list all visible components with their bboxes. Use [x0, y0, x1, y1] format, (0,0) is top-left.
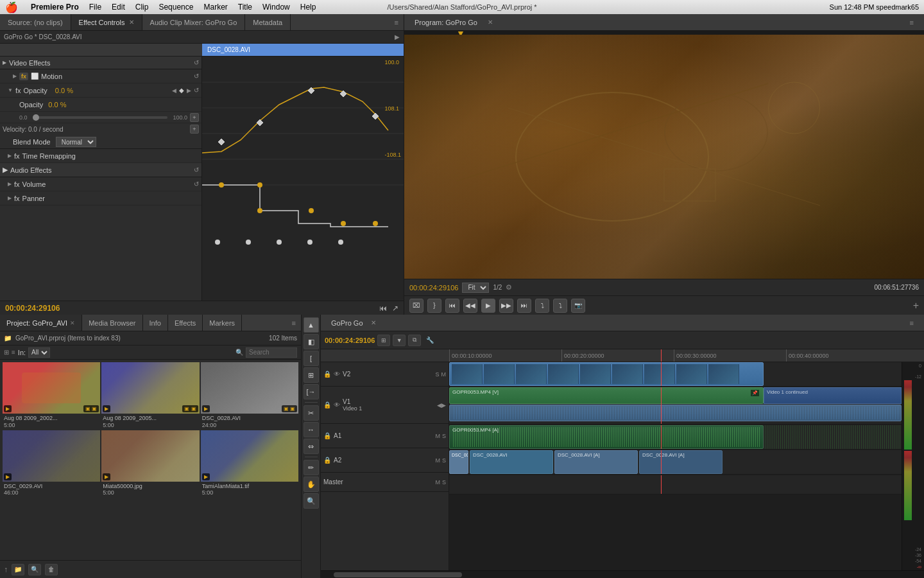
- tab-project[interactable]: Project: GoPro_AVI ✕: [0, 315, 82, 331]
- opacity-expand[interactable]: ▼: [8, 87, 13, 93]
- fit-dropdown[interactable]: Fit: [462, 283, 489, 293]
- menu-window[interactable]: Window: [262, 3, 290, 12]
- clip-video-extended[interactable]: Video 1 continued: [764, 387, 902, 404]
- volume-reset[interactable]: ↺: [194, 180, 199, 188]
- tl-wrench-icon[interactable]: 🔧: [426, 337, 434, 344]
- insert-btn[interactable]: ⤵: [535, 299, 549, 313]
- opacity-sub-value[interactable]: 0.0 %: [48, 101, 66, 109]
- motion-expand[interactable]: ▶: [13, 73, 17, 79]
- blend-mode-select[interactable]: Normal: [56, 137, 96, 147]
- clip-dsc-002[interactable]: DSC_002: [449, 450, 468, 474]
- a1-lock-icon[interactable]: 🔒: [323, 432, 331, 439]
- time-remap-row[interactable]: ▶ fx Time Remapping: [0, 149, 201, 163]
- delete-btn[interactable]: 🗑: [45, 564, 58, 575]
- video-effects-header[interactable]: ▶ Video Effects ↺: [0, 57, 201, 69]
- play-btn[interactable]: ▶: [481, 299, 495, 313]
- tab-info[interactable]: Info: [143, 315, 168, 331]
- monitor-timecode[interactable]: 00:00:24:29106: [409, 284, 458, 292]
- list-view-icon[interactable]: ≡: [12, 349, 15, 356]
- range-reset-btn[interactable]: +: [190, 113, 199, 122]
- clip-v2-filmstrip[interactable]: [449, 362, 764, 386]
- timeline-scrollbar-thumb[interactable]: [334, 572, 462, 577]
- thumb-item-6[interactable]: ▶ TamiAlanMiata1.tif 5:00: [201, 430, 298, 497]
- a1-solo-btn[interactable]: S: [442, 433, 446, 439]
- tab-media-browser[interactable]: Media Browser: [82, 315, 142, 331]
- in-filter-select[interactable]: All: [28, 347, 50, 358]
- menu-title[interactable]: Title: [238, 3, 252, 12]
- v2-solo-btn[interactable]: S: [435, 371, 439, 378]
- zoom-tool[interactable]: 🔍: [304, 493, 319, 509]
- thumb-item-4[interactable]: ▶ DSC_0029.AVI 46:00: [3, 430, 100, 497]
- ripple-edit-tool[interactable]: [: [304, 351, 319, 366]
- thumb-item-1[interactable]: ▶ ▣ ▣ Aug 08 2009_2002... 5:00: [3, 362, 100, 429]
- monitor-tab-program[interactable]: Program: GoPro Go: [409, 19, 483, 26]
- export-frame-btn[interactable]: 📷: [571, 299, 585, 313]
- add-marker-btn[interactable]: +: [913, 300, 919, 311]
- view-toggle-icon[interactable]: ⊞: [4, 349, 9, 356]
- tab-effect-controls-close[interactable]: ✕: [129, 19, 134, 26]
- tab-effect-controls[interactable]: Effect Controls ✕: [71, 14, 142, 30]
- project-panel-menu[interactable]: ≡: [287, 319, 301, 327]
- mark-out-btn[interactable]: }: [427, 299, 441, 313]
- timeline-ruler[interactable]: 00:00:10:00000 00:00:20:00000 00:00:30:0…: [321, 349, 924, 362]
- track-select-tool[interactable]: ◧: [304, 334, 319, 349]
- monitor-menu-btn[interactable]: ≡: [905, 19, 919, 26]
- tab-source[interactable]: Source: (no clips): [0, 14, 71, 30]
- ec-export-icon[interactable]: ↗: [392, 304, 398, 313]
- go-to-out-btn[interactable]: ⏭: [517, 299, 531, 313]
- tl-nested-btn[interactable]: ⧉: [408, 335, 421, 346]
- a2-lock-icon[interactable]: 🔒: [323, 457, 331, 464]
- thumb-item-2[interactable]: ▶ ▣ ▣ Aug 08 2009_2005... 5:00: [101, 362, 199, 429]
- monitor-settings-icon[interactable]: ⚙: [506, 283, 512, 292]
- new-bin-btn[interactable]: 📁: [12, 564, 24, 575]
- v2-mute-btn[interactable]: M: [441, 371, 447, 378]
- up-folder-icon[interactable]: ↑: [4, 565, 8, 574]
- pen-tool[interactable]: ✏: [304, 460, 319, 475]
- tab-audio-clip-mixer[interactable]: Audio Clip Mixer: GoPro Go: [142, 14, 246, 30]
- thumb-item-3[interactable]: ▶ ▣ ▣ DSC_0028.AVI 24:00: [201, 362, 298, 429]
- panner-expand[interactable]: ▶: [8, 195, 12, 201]
- timeline-tab-close[interactable]: ✕: [371, 319, 376, 326]
- monitor-close-btn[interactable]: ✕: [488, 19, 493, 26]
- v1-lock-icon[interactable]: 🔒: [323, 401, 331, 408]
- opacity-header[interactable]: ▼ fx Opacity 0.0 % ◀ ◆ ▶ ↺: [0, 83, 201, 98]
- menu-clip[interactable]: Clip: [135, 3, 149, 12]
- panel-menu-button[interactable]: ≡: [389, 14, 404, 30]
- search-bottom-btn[interactable]: 🔍: [28, 564, 41, 575]
- menu-sequence[interactable]: Sequence: [158, 3, 193, 12]
- opacity-reset[interactable]: ↺: [194, 87, 199, 94]
- menu-marker[interactable]: Marker: [203, 3, 227, 12]
- clip-dsc-avi-2[interactable]: DSC_0028.AVI [A]: [554, 450, 638, 474]
- v2-lock-icon[interactable]: 🔒: [323, 371, 331, 378]
- clip-gopro-a1[interactable]: GOPR0053.MP4 [A]: [449, 425, 764, 449]
- opacity-value[interactable]: 0.0 %: [55, 87, 73, 94]
- audio-effects-reset[interactable]: ↺: [194, 166, 199, 173]
- menu-help[interactable]: Help: [300, 3, 316, 12]
- overwrite-btn[interactable]: ⤵: [553, 299, 567, 313]
- video-effects-reset[interactable]: ↺: [194, 59, 199, 66]
- ec-to-in-icon[interactable]: ⏮: [379, 304, 387, 313]
- timeline-timecode[interactable]: 00:00:24:29106: [325, 337, 375, 344]
- opacity-nav-left[interactable]: ◀: [172, 87, 176, 94]
- tl-add-track-btn[interactable]: ⊞: [377, 335, 390, 346]
- audio-effects-header[interactable]: ▶ Audio Effects ↺: [0, 163, 201, 177]
- tab-metadata[interactable]: Metadata: [245, 14, 291, 30]
- a2-mute-btn[interactable]: M: [435, 457, 440, 464]
- time-remap-expand[interactable]: ▶: [8, 153, 12, 159]
- rate-stretch-tool[interactable]: [→: [304, 384, 319, 399]
- slip-tool[interactable]: ↔: [304, 422, 319, 437]
- motion-reset[interactable]: ↺: [194, 73, 199, 80]
- opacity-keyframe-diamond[interactable]: ◆: [179, 87, 184, 94]
- a1-mute-btn[interactable]: M: [435, 433, 440, 439]
- velocity-reset-btn[interactable]: +: [190, 125, 199, 134]
- tab-effects[interactable]: Effects: [168, 315, 203, 331]
- timeline-menu-btn[interactable]: ≡: [905, 319, 919, 327]
- menu-file[interactable]: File: [89, 3, 101, 12]
- clip-dsc-avi-3[interactable]: DSC_0028.AVI [A]: [639, 450, 723, 474]
- v2-eye-icon[interactable]: 👁: [334, 371, 340, 378]
- amaster-solo-btn[interactable]: S: [442, 479, 446, 486]
- razor-tool[interactable]: ✂: [304, 405, 319, 421]
- project-search-input[interactable]: [246, 347, 297, 358]
- v1-eye-icon[interactable]: 👁: [334, 401, 340, 408]
- v1-nav-btn[interactable]: ◀▶: [437, 402, 446, 408]
